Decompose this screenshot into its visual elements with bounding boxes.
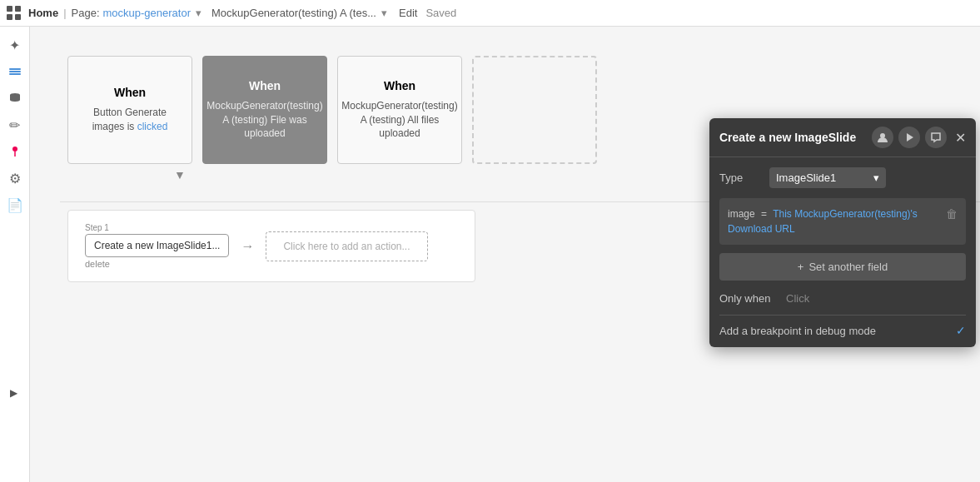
topbar-page-prefix: Page: (72, 7, 100, 19)
flow-dropdown-icon[interactable]: ▾ (381, 7, 387, 19)
app-grid-icon[interactable] (7, 6, 22, 21)
topbar: Home | Page: mockup-generator ▾ MockupGe… (0, 0, 980, 27)
topbar-page-name[interactable]: mockup-generator (103, 7, 192, 19)
page-dropdown-icon[interactable]: ▾ (196, 7, 201, 19)
topbar-separator: | (63, 7, 66, 19)
topbar-flow-name[interactable]: MockupGenerator(testing) A (tes... (211, 7, 376, 19)
topbar-edit-label[interactable]: Edit (399, 7, 417, 19)
home-link[interactable]: Home (28, 7, 58, 19)
topbar-saved-status: Saved (425, 7, 456, 19)
